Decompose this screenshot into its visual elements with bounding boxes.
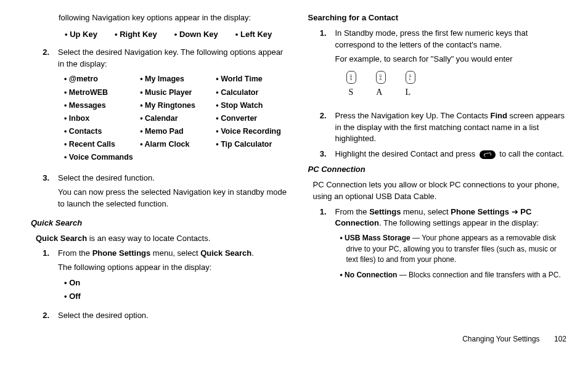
- page-number: 102: [554, 335, 566, 343]
- opt: Calculator: [216, 87, 289, 98]
- opt: Converter: [216, 113, 289, 124]
- page-footer: Changing Your Settings 102: [31, 334, 566, 345]
- page-columns: following Navigation key options appear …: [31, 12, 566, 325]
- pc-connection-intro: PC Connection lets you allow or block PC…: [313, 179, 567, 203]
- pc-options: USB Mass Storage — Your phone appears as…: [340, 233, 567, 281]
- opt-off: Off: [64, 291, 290, 303]
- pc-steps: 1. From the Settings menu, select Phone …: [308, 206, 567, 286]
- opt: Calendar: [140, 113, 213, 124]
- nav-key: Right Key: [115, 29, 157, 41]
- opt: Inbox: [64, 113, 137, 124]
- opt: Voice Recording: [216, 126, 289, 137]
- step-2: 2. Select the desired Navigation key. Th…: [31, 47, 290, 169]
- no-connection: No Connection — Blocks connection and fi…: [340, 270, 567, 280]
- opt: Recent Calls: [64, 139, 137, 150]
- steps-list: 2. Select the desired Navigation key. Th…: [31, 47, 290, 214]
- nav-key-row: Up Key Right Key Down Key Left Key: [65, 29, 290, 41]
- opt: Voice Commands: [64, 152, 137, 163]
- opt: My Ringtones: [140, 100, 213, 111]
- qs-steps: 1. From the Phone Settings menu, select …: [31, 248, 290, 321]
- search-step-1: 1. In Standby mode, press the first few …: [308, 28, 567, 107]
- qs-step-1: 1. From the Phone Settings menu, select …: [31, 248, 290, 306]
- opt: Contacts: [64, 126, 137, 137]
- opt: My Images: [140, 73, 213, 84]
- opt: MetroWEB: [64, 87, 137, 98]
- keypad-icon: GA: [376, 71, 386, 84]
- quick-search-intro: Quick Search is an easy way to locate Co…: [36, 233, 290, 245]
- key-letters-row: S A L: [349, 86, 567, 99]
- search-steps: 1. In Standby mode, press the first few …: [308, 28, 567, 160]
- keypad-icon: GS: [346, 71, 356, 84]
- opt: Messages: [64, 100, 137, 111]
- step-3: 3. Select the desired function. You can …: [31, 173, 290, 214]
- qs-step-2: 2. Select the desired option.: [31, 310, 290, 322]
- opt: @metro: [64, 73, 137, 84]
- phone-key-icon: [480, 150, 496, 159]
- nav-key: Up Key: [65, 29, 97, 41]
- opt: Alarm Clock: [140, 139, 213, 150]
- opt: Music Player: [140, 87, 213, 98]
- searching-heading: Searching for a Contact: [308, 12, 567, 24]
- opt-on: On: [64, 277, 290, 289]
- keypad-icon: GL: [406, 71, 415, 84]
- nav-key: Left Key: [235, 29, 272, 41]
- options-grid: @metro My Images World Time MetroWEB Mus…: [64, 73, 290, 163]
- usb-mass-storage: USB Mass Storage — Your phone appears as…: [340, 233, 567, 265]
- pc-connection-heading: PC Connection: [308, 164, 567, 176]
- opt: Tip Calculator: [216, 139, 289, 150]
- qs-options: On Off: [64, 277, 290, 303]
- nav-intro: following Navigation key options appear …: [59, 12, 290, 24]
- quick-search-heading: Quick Search: [31, 218, 290, 229]
- opt: Memo Pad: [140, 126, 213, 137]
- opt: Stop Watch: [216, 100, 289, 111]
- right-column: Searching for a Contact 1. In Standby mo…: [308, 12, 567, 325]
- opt: World Time: [216, 73, 289, 84]
- section-title: Changing Your Settings: [462, 335, 539, 343]
- key-icons-row: GS GA GL: [346, 71, 567, 84]
- nav-key: Down Key: [174, 29, 218, 41]
- search-step-2: 2. Press the Navigation key Up. The Cont…: [308, 110, 567, 145]
- left-column: following Navigation key options appear …: [31, 12, 290, 325]
- search-step-3: 3. Highlight the desired Contact and pre…: [308, 149, 567, 160]
- pc-step-1: 1. From the Settings menu, select Phone …: [308, 206, 567, 286]
